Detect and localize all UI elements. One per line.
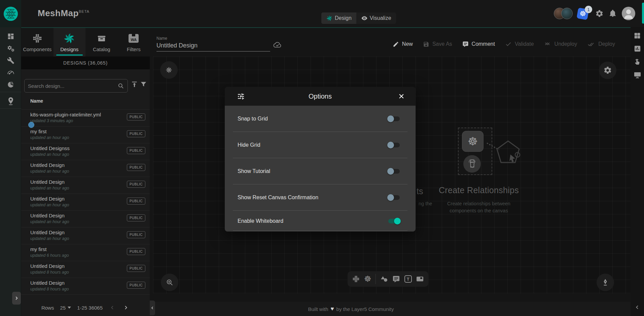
- dock-media-icon[interactable]: [416, 275, 424, 283]
- show-reset-canvas-confirmation-toggle[interactable]: [387, 194, 401, 201]
- panel-tab-catalog-label: Catalog: [93, 46, 110, 52]
- options-modal-title: Options: [225, 93, 416, 100]
- design-row[interactable]: Untitled Designupdated 8 hours agoPUBLIC: [21, 278, 150, 294]
- panel-tab-components[interactable]: Components: [21, 28, 53, 57]
- right-tool-rail: [631, 28, 644, 316]
- onboarding-squid-node: [463, 155, 481, 173]
- pen-tool-button[interactable]: [597, 274, 614, 291]
- previous-page-button[interactable]: [109, 304, 116, 311]
- comment-button[interactable]: Comment: [462, 41, 495, 47]
- visibility-badge: PUBLIC: [127, 113, 145, 120]
- visibility-badge: PUBLIC: [127, 214, 145, 221]
- panel-tab-designs[interactable]: Designs: [53, 28, 86, 57]
- rail-divider: [0, 92, 21, 92]
- nav-meshmap-pin-icon[interactable]: [0, 96, 21, 106]
- nav-extensions-icon[interactable]: [0, 79, 21, 90]
- catalog-archive-icon: [97, 33, 107, 44]
- visibility-badge: PUBLIC: [127, 147, 145, 154]
- dock-shapes-icon[interactable]: [380, 275, 388, 283]
- settings-gear-button[interactable]: [595, 9, 604, 18]
- enable-whiteboard-toggle[interactable]: [387, 217, 401, 225]
- visibility-badge: PUBLIC: [127, 265, 145, 272]
- eye-icon: [361, 15, 368, 22]
- onboarding-title: Create Relationships: [428, 185, 529, 195]
- right-rail-widgets-icon[interactable]: [634, 32, 641, 39]
- search-icon: [117, 82, 124, 89]
- panel-tab-filters[interactable]: WA Filters: [118, 28, 150, 57]
- import-design-icon[interactable]: [131, 81, 138, 88]
- right-rail-touch-icon[interactable]: [634, 58, 641, 66]
- app-title: MeshMapBETA: [38, 8, 90, 19]
- rows-label: Rows: [41, 305, 54, 311]
- nav-configuration-icon[interactable]: [0, 56, 21, 66]
- footer-collapse-handle-left[interactable]: [150, 301, 155, 315]
- nav-lifecycle-icon[interactable]: [0, 43, 21, 54]
- search-input[interactable]: [28, 83, 117, 89]
- close-icon[interactable]: [398, 93, 405, 100]
- design-row[interactable]: Untitled Designupdated 8 hours agoPUBLIC: [21, 261, 150, 278]
- tab-design-label: Design: [335, 15, 352, 21]
- nav-performance-icon[interactable]: [0, 67, 21, 77]
- design-row[interactable]: Untitled Designssupdated an hour agoPUBL…: [21, 143, 150, 160]
- collaborator-avatar-2[interactable]: [561, 8, 573, 19]
- design-row[interactable]: my firstupdated 6 hours agoPUBLIC: [21, 244, 150, 261]
- hide-grid-toggle[interactable]: [387, 141, 401, 149]
- nav-dashboard-icon[interactable]: [0, 31, 21, 41]
- layer5-logo-box[interactable]: [0, 0, 21, 27]
- designs-count-header: DESIGNS (36,065): [21, 57, 150, 69]
- design-row[interactable]: Untitled Designupdated an hour agoPUBLIC: [21, 210, 150, 227]
- dock-comment-icon[interactable]: [392, 275, 400, 283]
- design-row[interactable]: Untitled Designupdated an hour agoPUBLIC: [21, 177, 150, 194]
- design-name-input[interactable]: [156, 41, 270, 51]
- meshmap-design-icon: [326, 15, 333, 22]
- pagination-bar: Rows 25 1-25 36065: [21, 299, 150, 316]
- right-rail-collapse-handle[interactable]: [635, 305, 640, 310]
- designs-search-row: [21, 69, 150, 93]
- undeploy-button[interactable]: Undeploy: [544, 41, 577, 47]
- next-page-button[interactable]: [122, 304, 130, 311]
- design-search-field[interactable]: [24, 79, 128, 93]
- tab-visualize[interactable]: Visualize: [356, 12, 396, 24]
- snap-to-grid-toggle[interactable]: [387, 115, 401, 122]
- show-tutorial-toggle[interactable]: [387, 168, 401, 175]
- visibility-badge: PUBLIC: [127, 164, 145, 171]
- design-row[interactable]: Untitled Designupdated an hour agoPUBLIC: [21, 194, 150, 210]
- notifications-bell-button[interactable]: [608, 9, 617, 18]
- kubernetes-context-switcher[interactable]: ☸ 1: [577, 7, 590, 20]
- mode-tab-group: Design Visualize: [321, 12, 396, 24]
- filter-funnel-icon[interactable]: [140, 81, 147, 88]
- helm-tool-button[interactable]: [160, 61, 178, 79]
- validate-button[interactable]: Validate: [505, 41, 534, 47]
- visibility-badge: PUBLIC: [127, 130, 145, 137]
- user-profile-avatar[interactable]: [622, 7, 635, 20]
- visibility-badge: PUBLIC: [127, 282, 145, 289]
- panel-tab-filters-label: Filters: [127, 46, 141, 52]
- rows-per-page-select[interactable]: 25: [60, 305, 71, 311]
- right-rail-chart-icon[interactable]: [634, 45, 641, 52]
- dock-kubernetes-icon[interactable]: ☸: [364, 275, 371, 283]
- designs-pinwheel-icon: [64, 33, 75, 44]
- deploy-button[interactable]: Deploy: [587, 41, 615, 47]
- design-toolbar: New Save As Comment Validate Undeploy De…: [393, 41, 615, 47]
- design-row[interactable]: Untitled Designupdated an hour agoPUBLIC: [21, 160, 150, 177]
- double-check-icon: [587, 41, 595, 47]
- zoom-button[interactable]: [161, 274, 178, 291]
- list-divider: [21, 294, 150, 295]
- canvas-footer-bar: Built with ♥ by the Layer5 Community: [150, 302, 631, 316]
- expand-panel-handle[interactable]: [12, 292, 21, 305]
- dock-text-icon[interactable]: T: [404, 275, 412, 283]
- notification-drawer-edge[interactable]: [642, 3, 644, 24]
- pencil-icon: [393, 41, 399, 47]
- panel-tab-catalog[interactable]: Catalog: [85, 28, 118, 57]
- tab-design[interactable]: Design: [321, 12, 356, 24]
- new-design-button[interactable]: New: [393, 41, 413, 47]
- onboarding-component-group: ☸: [458, 128, 492, 175]
- right-rail-display-icon[interactable]: [634, 71, 641, 78]
- dock-components-icon[interactable]: [352, 275, 360, 283]
- design-row[interactable]: k8s-wasm-plugin-ratelimiter.ymlupdated 3…: [21, 109, 150, 126]
- design-row[interactable]: my firstupdated an hour agoPUBLIC: [21, 126, 150, 143]
- save-as-button[interactable]: Save As: [423, 41, 452, 47]
- option-row-hide-grid: Hide Grid: [225, 132, 416, 158]
- canvas-options-gear-button[interactable]: [599, 62, 616, 79]
- design-row[interactable]: Untitled Designupdated an hour agoPUBLIC: [21, 227, 150, 244]
